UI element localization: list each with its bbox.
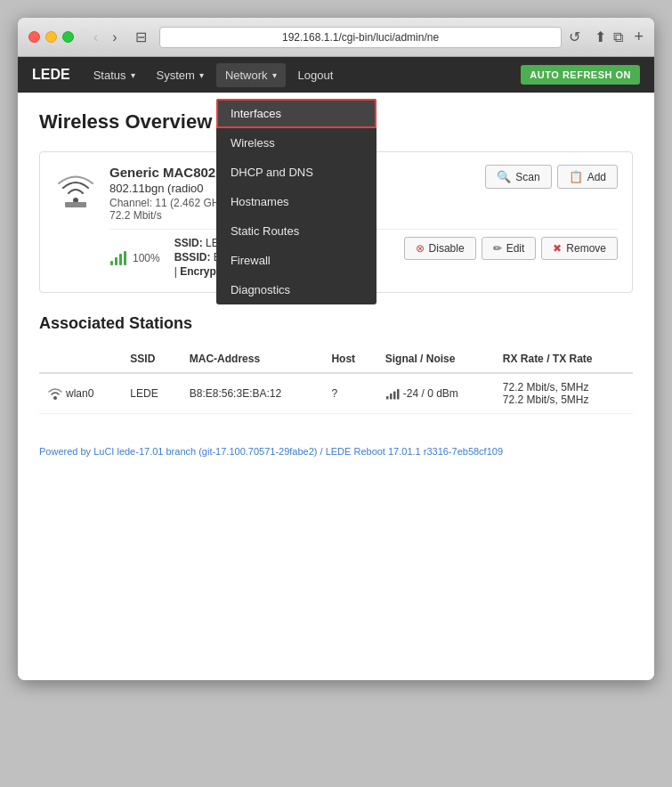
svg-rect-7	[386, 396, 389, 400]
add-icon: 📋	[569, 170, 583, 183]
device-info: Generic MAC802... 802.11bgn (radio0 Chan…	[109, 165, 228, 222]
col-rate: RX Rate / TX Rate	[494, 345, 633, 373]
cell-rate: 72.2 Mbit/s, 5MHz 72.2 Mbit/s, 5MHz	[494, 373, 633, 414]
section-title-associated: Associated Stations	[39, 314, 633, 333]
edit-icon: ✏	[493, 242, 502, 255]
dropdown-item-diagnostics[interactable]: Diagnostics	[216, 275, 376, 304]
toolbar-actions: ⬆ ⧉	[595, 28, 623, 45]
nav-dropdown-network: Network ▾ Interfaces Wireless DHCP and D…	[216, 63, 286, 87]
sidebar-button[interactable]: ⊟	[130, 27, 152, 47]
cell-iface: wlan0	[39, 373, 121, 414]
scan-icon: 🔍	[497, 170, 511, 183]
add-button[interactable]: 📋 Add	[557, 165, 618, 189]
signal-indicator: 100%	[109, 250, 160, 266]
wifi-small-icon	[48, 387, 62, 400]
svg-rect-1	[65, 202, 86, 207]
edit-button[interactable]: ✏ Edit	[482, 237, 537, 260]
stations-table: SSID MAC-Address Host Signal / Noise RX …	[39, 345, 633, 414]
nav-item-system[interactable]: System ▾	[148, 63, 213, 87]
topnav: LEDE Status ▾ System ▾ Network ▾ Interfa…	[18, 57, 654, 93]
svg-rect-2	[110, 261, 113, 265]
cell-signal: -24 / 0 dBm	[376, 373, 494, 414]
network-dropdown-menu: Interfaces Wireless DHCP and DNS Hostnam…	[216, 99, 376, 304]
dropdown-item-static-routes[interactable]: Static Routes	[216, 216, 376, 246]
browser-window: ‹ › ⊟ 192.168.1.1/cgi-bin/luci/admin/ne …	[18, 18, 654, 680]
dropdown-item-dhcp-dns[interactable]: DHCP and DNS	[216, 158, 376, 187]
reload-button[interactable]: ↺	[569, 28, 580, 45]
device-speed: 72.2 Mbit/s	[109, 209, 228, 222]
svg-rect-5	[124, 251, 126, 265]
nav-item-network[interactable]: Network ▾	[216, 63, 286, 87]
status-arrow-icon: ▾	[131, 70, 135, 80]
nav-item-status[interactable]: Status ▾	[85, 63, 144, 87]
disable-icon: ⊗	[416, 242, 425, 255]
bssid-label: BSSID:	[174, 251, 211, 264]
device-detail: 802.11bgn (radio0	[109, 182, 228, 195]
device-name: Generic MAC802...	[109, 165, 228, 180]
device-channel: Channel: 11 (2.462 GH...	[109, 197, 228, 209]
footer-text: Powered by LuCI lede-17.01 branch (git-1…	[39, 446, 503, 457]
add-tab-button[interactable]: +	[634, 28, 644, 46]
svg-rect-3	[115, 257, 117, 265]
card-actions-top: 🔍 Scan 📋 Add	[485, 165, 618, 189]
minimize-button[interactable]	[45, 31, 57, 43]
dropdown-item-interfaces[interactable]: Interfaces	[216, 99, 376, 128]
svg-rect-8	[390, 394, 393, 400]
remove-button[interactable]: ✖ Remove	[541, 237, 618, 260]
traffic-lights	[28, 31, 74, 43]
cell-ssid: LEDE	[121, 373, 180, 414]
iface-badge: wlan0	[48, 387, 112, 400]
maximize-button[interactable]	[62, 31, 74, 43]
cell-host: ?	[322, 373, 376, 414]
table-row: wlan0 LEDE B8:E8:56:3E:BA:12 ?	[39, 373, 633, 414]
back-button[interactable]: ‹	[88, 28, 103, 47]
brand-logo: LEDE	[32, 67, 70, 83]
dropdown-item-firewall[interactable]: Firewall	[216, 246, 376, 275]
forward-button[interactable]: ›	[107, 28, 122, 47]
auto-refresh-button[interactable]: AUTO REFRESH ON	[521, 65, 640, 85]
card-actions-bottom: ⊗ Disable ✏ Edit ✖ Remove	[404, 237, 618, 260]
close-button[interactable]	[28, 31, 40, 43]
col-mac: MAC-Address	[181, 345, 323, 373]
ssid-label: SSID:	[174, 237, 203, 249]
share-button[interactable]: ⬆	[595, 28, 606, 45]
nav-buttons: ‹ ›	[88, 28, 123, 47]
table-header-row: SSID MAC-Address Host Signal / Noise RX …	[39, 345, 633, 373]
system-arrow-icon: ▾	[199, 70, 204, 80]
col-signal: Signal / Noise	[376, 345, 494, 373]
svg-point-6	[53, 396, 57, 400]
signal-bars-icon	[385, 388, 400, 400]
tabs-button[interactable]: ⧉	[613, 28, 623, 45]
wifi-device-icon	[54, 168, 97, 211]
remove-icon: ✖	[553, 242, 562, 255]
col-iface	[39, 345, 121, 373]
svg-rect-4	[119, 254, 122, 265]
disable-button[interactable]: ⊗ Disable	[404, 237, 476, 260]
title-bar: ‹ › ⊟ 192.168.1.1/cgi-bin/luci/admin/ne …	[18, 18, 654, 57]
footer: Powered by LuCI lede-17.01 branch (git-1…	[18, 432, 654, 471]
svg-rect-9	[393, 391, 396, 399]
scan-button[interactable]: 🔍 Scan	[485, 165, 551, 189]
app-content: LEDE Status ▾ System ▾ Network ▾ Interfa…	[18, 57, 654, 680]
col-ssid: SSID	[121, 345, 180, 373]
nav-item-logout[interactable]: Logout	[289, 63, 343, 87]
url-bar[interactable]: 192.168.1.1/cgi-bin/luci/admin/ne	[159, 27, 563, 48]
network-arrow-icon: ▾	[272, 70, 277, 80]
col-host: Host	[322, 345, 376, 373]
cell-mac: B8:E8:56:3E:BA:12	[181, 373, 323, 414]
dropdown-item-hostnames[interactable]: Hostnames	[216, 187, 376, 216]
signal-percent: 100%	[133, 252, 160, 264]
svg-rect-10	[397, 389, 400, 400]
dropdown-item-wireless[interactable]: Wireless	[216, 128, 376, 158]
